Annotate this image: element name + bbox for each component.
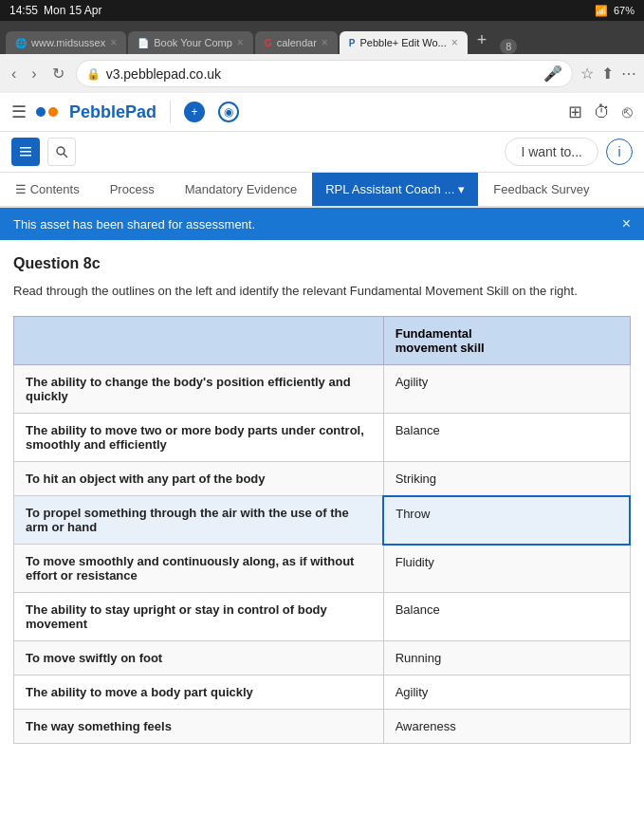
tab-rpl-label: RPL Assistant Coach ... — [325, 182, 454, 196]
tab-contents-label: Contents — [30, 182, 80, 196]
table-row: To propel something through the air with… — [14, 496, 631, 545]
browser-tab-1[interactable]: 🌐 www.midsussex × — [6, 31, 126, 54]
new-tab-button[interactable]: + — [469, 27, 495, 54]
more-options-icon[interactable]: ⋯ — [621, 65, 636, 83]
browser-tab-2[interactable]: 📄 Book Your Comp × — [128, 31, 253, 54]
battery: 67% — [614, 5, 635, 16]
contents-icon: ☰ — [15, 182, 30, 196]
tab-feedback[interactable]: Feedback Survey — [478, 173, 604, 208]
table-row: The ability to change the body's positio… — [14, 364, 631, 413]
tab-label-3: calendar — [277, 37, 317, 48]
logo-area: PebblePad + ◉ — [36, 101, 239, 123]
action-bar: I want to... i — [0, 132, 644, 173]
table-cell-skill: Balance — [383, 413, 630, 461]
info-button[interactable]: i — [606, 139, 633, 165]
grid-icon[interactable]: ⊞ — [568, 102, 582, 122]
svg-rect-2 — [20, 155, 31, 157]
svg-point-3 — [57, 147, 64, 155]
address-bar[interactable]: 🔒 v3.pebblepad.co.uk 🎤 — [76, 60, 573, 87]
status-bar: 14:55 Mon 15 Apr 📶 67% — [0, 0, 644, 21]
bookmark-icon[interactable]: ☆ — [580, 65, 594, 83]
table-row: The ability to move two or more body par… — [14, 413, 631, 461]
table-cell-skill: Agility — [383, 364, 630, 413]
action-square-button[interactable] — [11, 138, 40, 166]
url-text: v3.pebblepad.co.uk — [106, 66, 538, 82]
tab-mandatory-label: Mandatory Evidence — [185, 182, 298, 196]
table-row: The ability to stay upright or stay in c… — [14, 593, 631, 641]
forward-button[interactable]: › — [28, 64, 40, 84]
table-row: The ability to move a body part quicklyA… — [14, 676, 631, 710]
notification-bar: This asset has been shared for assessmen… — [0, 208, 644, 240]
list-icon — [18, 144, 33, 159]
i-want-to-button[interactable]: I want to... — [505, 138, 598, 166]
col-header-description — [14, 316, 384, 364]
wifi-icon: 📶 — [595, 5, 608, 17]
skills-table: Fundamentalmovement skill The ability to… — [13, 316, 631, 745]
table-cell-description: The ability to move two or more body par… — [14, 413, 384, 461]
nav-tabs: ☰ Contents Process Mandatory Evidence RP… — [0, 173, 644, 208]
tab-label-2: Book Your Comp — [154, 37, 232, 48]
app-header: ☰ PebblePad + ◉ ⊞ ⏱ ⎋ — [0, 93, 644, 132]
notification-message: This asset has been shared for assessmen… — [13, 217, 255, 231]
tab-close-1[interactable]: × — [110, 36, 117, 49]
logo-separator — [170, 101, 171, 123]
signout-icon[interactable]: ⎋ — [622, 102, 633, 122]
table-cell-skill: Awareness — [383, 710, 630, 744]
logo-dot-blue — [36, 107, 46, 117]
table-cell-skill: Running — [383, 641, 630, 676]
tab-close-3[interactable]: × — [322, 36, 328, 49]
logo-text: PebblePad — [69, 102, 156, 122]
tab-label-4: Pebble+ Edit Wo... — [360, 37, 447, 48]
browser-tab-3[interactable]: G calendar × — [255, 31, 338, 54]
table-cell-skill: Striking — [383, 461, 630, 496]
tab-contents[interactable]: ☰ Contents — [0, 173, 95, 208]
tab-mandatory[interactable]: Mandatory Evidence — [170, 173, 313, 208]
main-content: Question 8c Read through the outlines on… — [0, 240, 644, 759]
table-cell-description: To hit an object with any part of the bo… — [14, 461, 384, 496]
table-cell-description: The ability to stay upright or stay in c… — [14, 593, 384, 641]
tab-rpl[interactable]: RPL Assistant Coach ... ▾ — [312, 173, 478, 206]
table-row: To move smoothly and continuously along,… — [14, 545, 631, 593]
col-skill-label: Fundamentalmovement skill — [396, 326, 485, 355]
table-header-row: Fundamentalmovement skill — [14, 316, 631, 364]
clock-icon[interactable]: ⏱ — [594, 102, 611, 122]
table-row: The way something feelsAwareness — [14, 710, 631, 744]
table-cell-skill: Throw — [383, 496, 630, 545]
tab-process-label: Process — [110, 182, 155, 196]
share-icon[interactable]: ⬆ — [601, 65, 614, 83]
tab-feedback-label: Feedback Survey — [493, 182, 589, 196]
microphone-icon[interactable]: 🎤 — [543, 65, 562, 83]
svg-line-4 — [64, 154, 67, 157]
table-cell-description: To move swiftly on foot — [14, 641, 384, 676]
table-row: To move swiftly on footRunning — [14, 641, 631, 676]
lock-icon: 🔒 — [86, 67, 101, 81]
hamburger-menu-icon[interactable]: ☰ — [11, 102, 27, 122]
table-cell-description: To move smoothly and continuously along,… — [14, 545, 384, 593]
tab-favicon-4: P — [349, 38, 356, 48]
refresh-button[interactable]: ↻ — [48, 63, 68, 84]
notification-close-button[interactable]: × — [622, 215, 631, 232]
table-cell-skill: Balance — [383, 593, 630, 641]
logo-dot-orange — [48, 107, 58, 117]
user-avatar-blue: + — [184, 102, 205, 122]
tab-label-1: www.midsussex — [31, 37, 105, 48]
table-cell-skill: Fluidity — [383, 545, 630, 593]
extra-tabs-count[interactable]: 8 — [500, 39, 517, 54]
table-cell-description: The way something feels — [14, 710, 384, 744]
tab-close-2[interactable]: × — [237, 36, 244, 49]
table-cell-description: The ability to change the body's positio… — [14, 364, 384, 413]
browser-tab-4[interactable]: P Pebble+ Edit Wo... × — [340, 31, 468, 54]
col-header-skill: Fundamentalmovement skill — [383, 316, 630, 364]
search-button[interactable] — [47, 138, 76, 166]
time: 14:55 — [9, 4, 38, 17]
question-title: Question 8c — [13, 255, 631, 272]
table-cell-description: To propel something through the air with… — [14, 496, 384, 545]
tab-close-4[interactable]: × — [451, 36, 458, 49]
question-description: Read through the outlines on the left an… — [13, 282, 631, 301]
tab-favicon-2: 📄 — [138, 38, 149, 48]
table-cell-skill: Agility — [383, 676, 630, 710]
back-button[interactable]: ‹ — [8, 64, 20, 84]
header-icons: ⊞ ⏱ ⎋ — [568, 102, 633, 122]
tab-favicon-3: G — [265, 38, 272, 48]
tab-process[interactable]: Process — [95, 173, 170, 208]
